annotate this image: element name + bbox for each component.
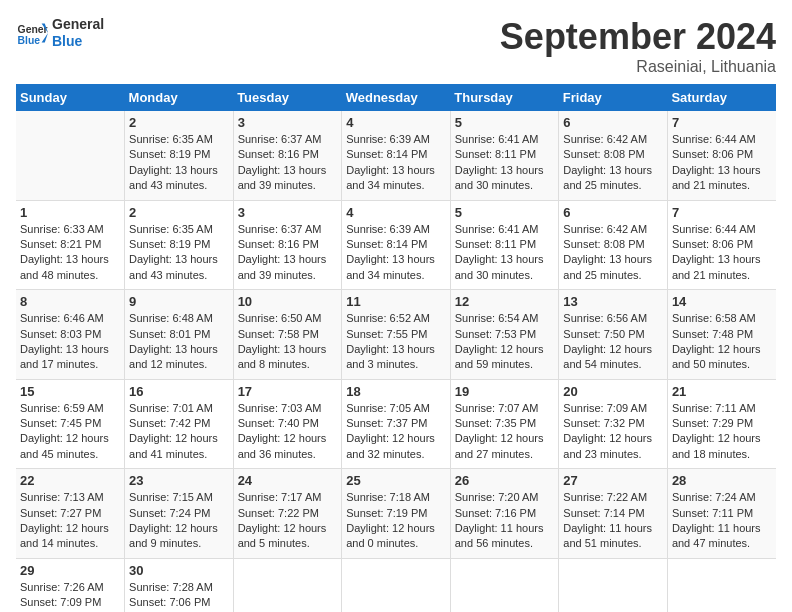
sunrise-time: 7:11 AM <box>715 402 755 414</box>
daylight-label: Daylight: 11 hours and 47 minutes. <box>672 522 761 549</box>
sunset-label: Sunset: <box>129 328 169 340</box>
sunrise-label: Sunrise: <box>20 491 63 503</box>
sunrise-label: Sunrise: <box>238 133 281 145</box>
sunset-time: 7:06 PM <box>169 596 210 608</box>
daylight-label: Daylight: 12 hours and 14 minutes. <box>20 522 109 549</box>
day-number: 20 <box>563 384 663 399</box>
daylight-label: Daylight: 13 hours and 25 minutes. <box>563 253 652 280</box>
calendar-cell: 3 Sunrise: 6:37 AM Sunset: 8:16 PM Dayli… <box>233 200 342 290</box>
day-info: Sunrise: 6:54 AM Sunset: 7:53 PM Dayligh… <box>455 311 555 373</box>
sunset-label: Sunset: <box>129 238 169 250</box>
calendar-cell <box>16 111 125 200</box>
day-info: Sunrise: 6:41 AM Sunset: 8:11 PM Dayligh… <box>455 132 555 194</box>
sunrise-label: Sunrise: <box>346 402 389 414</box>
calendar-cell: 23 Sunrise: 7:15 AM Sunset: 7:24 PM Dayl… <box>125 469 234 559</box>
day-number: 14 <box>672 294 772 309</box>
sunrise-label: Sunrise: <box>129 312 172 324</box>
sunrise-time: 6:56 AM <box>607 312 647 324</box>
sunset-label: Sunset: <box>238 238 278 250</box>
day-number: 6 <box>563 205 663 220</box>
sunset-time: 7:50 PM <box>604 328 645 340</box>
sunset-label: Sunset: <box>672 328 712 340</box>
calendar-cell: 5 Sunrise: 6:41 AM Sunset: 8:11 PM Dayli… <box>450 111 559 200</box>
sunrise-label: Sunrise: <box>563 312 606 324</box>
sunset-time: 8:06 PM <box>712 238 753 250</box>
sunset-label: Sunset: <box>346 328 386 340</box>
sunset-time: 7:32 PM <box>604 417 645 429</box>
sunset-label: Sunset: <box>238 507 278 519</box>
day-info: Sunrise: 6:39 AM Sunset: 8:14 PM Dayligh… <box>346 222 446 284</box>
sunset-label: Sunset: <box>129 507 169 519</box>
day-info: Sunrise: 6:33 AM Sunset: 8:21 PM Dayligh… <box>20 222 120 284</box>
day-info: Sunrise: 6:42 AM Sunset: 8:08 PM Dayligh… <box>563 132 663 194</box>
col-tuesday: Tuesday <box>233 84 342 111</box>
sunrise-label: Sunrise: <box>672 133 715 145</box>
sunset-label: Sunset: <box>238 148 278 160</box>
calendar-cell: 13 Sunrise: 6:56 AM Sunset: 7:50 PM Dayl… <box>559 290 668 380</box>
sunset-label: Sunset: <box>455 507 495 519</box>
sunset-label: Sunset: <box>20 238 60 250</box>
sunrise-label: Sunrise: <box>238 402 281 414</box>
calendar-week-row: 29 Sunrise: 7:26 AM Sunset: 7:09 PM Dayl… <box>16 558 776 612</box>
sunrise-label: Sunrise: <box>672 312 715 324</box>
sunrise-label: Sunrise: <box>455 402 498 414</box>
calendar-cell: 7 Sunrise: 6:44 AM Sunset: 8:06 PM Dayli… <box>667 111 776 200</box>
sunrise-time: 6:35 AM <box>172 133 212 145</box>
daylight-label: Daylight: 12 hours and 41 minutes. <box>129 432 218 459</box>
sunrise-time: 7:17 AM <box>281 491 321 503</box>
calendar-week-row: 8 Sunrise: 6:46 AM Sunset: 8:03 PM Dayli… <box>16 290 776 380</box>
sunrise-label: Sunrise: <box>346 491 389 503</box>
daylight-label: Daylight: 12 hours and 9 minutes. <box>129 522 218 549</box>
calendar-cell: 19 Sunrise: 7:07 AM Sunset: 7:35 PM Dayl… <box>450 379 559 469</box>
sunset-time: 8:16 PM <box>278 148 319 160</box>
day-info: Sunrise: 6:56 AM Sunset: 7:50 PM Dayligh… <box>563 311 663 373</box>
day-number: 5 <box>455 115 555 130</box>
calendar-cell: 18 Sunrise: 7:05 AM Sunset: 7:37 PM Dayl… <box>342 379 451 469</box>
sunrise-time: 6:42 AM <box>607 223 647 235</box>
day-number: 21 <box>672 384 772 399</box>
sunrise-label: Sunrise: <box>455 133 498 145</box>
calendar-cell <box>667 558 776 612</box>
location: Raseiniai, Lithuania <box>500 58 776 76</box>
daylight-label: Daylight: 13 hours and 3 minutes. <box>346 343 435 370</box>
sunrise-time: 7:20 AM <box>498 491 538 503</box>
col-friday: Friday <box>559 84 668 111</box>
calendar-cell: 6 Sunrise: 6:42 AM Sunset: 8:08 PM Dayli… <box>559 111 668 200</box>
sunrise-time: 7:15 AM <box>172 491 212 503</box>
sunset-time: 7:27 PM <box>60 507 101 519</box>
sunrise-label: Sunrise: <box>346 133 389 145</box>
daylight-label: Daylight: 12 hours and 59 minutes. <box>455 343 544 370</box>
sunset-time: 7:24 PM <box>169 507 210 519</box>
daylight-label: Daylight: 12 hours and 45 minutes. <box>20 432 109 459</box>
calendar-cell: 17 Sunrise: 7:03 AM Sunset: 7:40 PM Dayl… <box>233 379 342 469</box>
calendar-cell <box>233 558 342 612</box>
daylight-label: Daylight: 13 hours and 21 minutes. <box>672 253 761 280</box>
sunrise-label: Sunrise: <box>20 581 63 593</box>
calendar-week-row: 2 Sunrise: 6:35 AM Sunset: 8:19 PM Dayli… <box>16 111 776 200</box>
sunset-time: 7:35 PM <box>495 417 536 429</box>
sunrise-label: Sunrise: <box>129 133 172 145</box>
sunset-label: Sunset: <box>20 417 60 429</box>
calendar-week-row: 1 Sunrise: 6:33 AM Sunset: 8:21 PM Dayli… <box>16 200 776 290</box>
day-number: 15 <box>20 384 120 399</box>
day-info: Sunrise: 6:35 AM Sunset: 8:19 PM Dayligh… <box>129 222 229 284</box>
sunrise-time: 7:01 AM <box>172 402 212 414</box>
calendar-cell: 3 Sunrise: 6:37 AM Sunset: 8:16 PM Dayli… <box>233 111 342 200</box>
day-number: 23 <box>129 473 229 488</box>
sunrise-label: Sunrise: <box>129 491 172 503</box>
calendar-cell: 22 Sunrise: 7:13 AM Sunset: 7:27 PM Dayl… <box>16 469 125 559</box>
calendar-cell <box>559 558 668 612</box>
sunset-time: 7:37 PM <box>387 417 428 429</box>
daylight-label: Daylight: 13 hours and 21 minutes. <box>672 164 761 191</box>
logo-icon: General Blue <box>16 17 48 49</box>
day-number: 8 <box>20 294 120 309</box>
calendar-cell: 26 Sunrise: 7:20 AM Sunset: 7:16 PM Dayl… <box>450 469 559 559</box>
day-number: 25 <box>346 473 446 488</box>
day-number: 27 <box>563 473 663 488</box>
sunrise-time: 6:46 AM <box>63 312 103 324</box>
daylight-label: Daylight: 13 hours and 34 minutes. <box>346 253 435 280</box>
sunrise-time: 7:26 AM <box>63 581 103 593</box>
sunrise-label: Sunrise: <box>129 581 172 593</box>
day-number: 17 <box>238 384 338 399</box>
day-number: 16 <box>129 384 229 399</box>
